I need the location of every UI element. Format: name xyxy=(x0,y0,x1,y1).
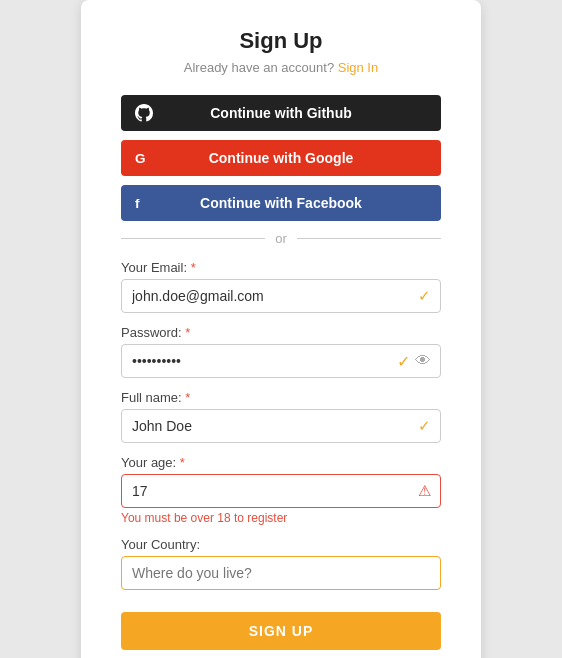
password-input-wrap: ✓ 👁 xyxy=(121,344,441,378)
email-input-wrap: ✓ xyxy=(121,279,441,313)
age-field-group: Your age: * ⚠ You must be over 18 to reg… xyxy=(121,455,441,525)
fullname-input[interactable] xyxy=(121,409,441,443)
facebook-button-label: Continue with Facebook xyxy=(200,195,362,211)
age-warning-icon: ⚠ xyxy=(418,482,431,500)
age-input[interactable] xyxy=(121,474,441,508)
signup-button[interactable]: SIGN UP xyxy=(121,612,441,650)
google-button-label: Continue with Google xyxy=(209,150,354,166)
divider: or xyxy=(121,231,441,246)
password-check-icon: ✓ xyxy=(397,352,410,371)
email-label: Your Email: * xyxy=(121,260,441,275)
subtitle: Already have an account? Sign In xyxy=(121,60,441,75)
age-label: Your age: * xyxy=(121,455,441,470)
fullname-check-icon: ✓ xyxy=(418,417,431,435)
page-title: Sign Up xyxy=(121,28,441,54)
fullname-input-wrap: ✓ xyxy=(121,409,441,443)
email-check-icon: ✓ xyxy=(418,287,431,305)
country-field-group: Your Country: xyxy=(121,537,441,590)
google-icon: G xyxy=(135,149,153,167)
password-icons: ✓ 👁 xyxy=(397,352,431,371)
google-button[interactable]: G Continue with Google xyxy=(121,140,441,176)
email-input[interactable] xyxy=(121,279,441,313)
country-input[interactable] xyxy=(121,556,441,590)
svg-text:G: G xyxy=(135,151,146,166)
age-error-message: You must be over 18 to register xyxy=(121,511,441,525)
github-icon xyxy=(135,104,153,122)
signin-link[interactable]: Sign In xyxy=(338,60,378,75)
svg-text:f: f xyxy=(135,196,140,211)
password-field-group: Password: * ✓ 👁 xyxy=(121,325,441,378)
country-label: Your Country: xyxy=(121,537,441,552)
age-input-wrap: ⚠ xyxy=(121,474,441,508)
password-eye-icon[interactable]: 👁 xyxy=(415,352,431,370)
password-label: Password: * xyxy=(121,325,441,340)
facebook-button[interactable]: f Continue with Facebook xyxy=(121,185,441,221)
signup-card: Sign Up Already have an account? Sign In… xyxy=(81,0,481,658)
fullname-label: Full name: * xyxy=(121,390,441,405)
email-field-group: Your Email: * ✓ xyxy=(121,260,441,313)
subtitle-text: Already have an account? xyxy=(184,60,334,75)
facebook-icon: f xyxy=(135,194,153,212)
fullname-field-group: Full name: * ✓ xyxy=(121,390,441,443)
password-input[interactable] xyxy=(121,344,441,378)
github-button-label: Continue with Github xyxy=(210,105,352,121)
github-button[interactable]: Continue with Github xyxy=(121,95,441,131)
country-input-wrap xyxy=(121,556,441,590)
